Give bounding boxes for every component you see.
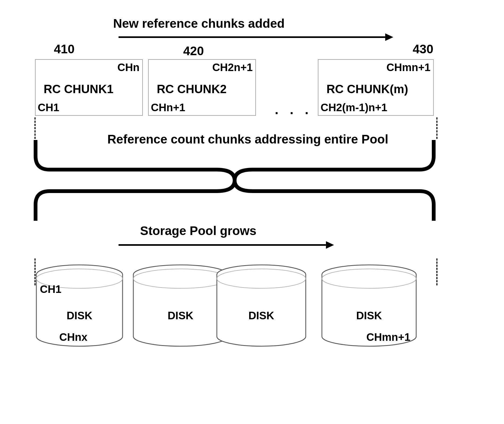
cylinder-icon [215, 264, 307, 347]
cylinder-icon [132, 264, 229, 347]
disk-4: DISK CHmn+1 [321, 264, 418, 347]
connector-bracket [33, 137, 436, 223]
top-title: New reference chunks added [113, 16, 285, 31]
disk-main: DISK [168, 310, 193, 322]
chunk-mid: RC CHUNK1 [44, 82, 113, 96]
ellipsis: . . . [275, 102, 312, 117]
ref-number-410: 410 [54, 42, 75, 56]
disk-main: DISK [248, 310, 274, 322]
chunk-bottom-left: CH2(m-1)n+1 [321, 101, 387, 114]
disk-3: DISK [215, 264, 307, 347]
chunk-top-right: CHn [117, 61, 140, 73]
chunk-bottom-left: CHn+1 [151, 101, 185, 114]
chunk-mid: RC CHUNK(m) [326, 82, 408, 96]
chunk-box-3: CHmn+1 RC CHUNK(m) CH2(m-1)n+1 [318, 59, 434, 116]
disks-row: CH1 DISK CHnx DISK DISK [32, 264, 463, 355]
chunk-mid: RC CHUNK2 [157, 82, 227, 96]
ref-number-420: 420 [183, 44, 204, 58]
chunk-box-2: CH2n+1 RC CHUNK2 CHn+1 [148, 59, 256, 116]
ref-number-430: 430 [413, 42, 433, 56]
arrow-top [119, 32, 393, 43]
chunk-box-1: CHn RC CHUNK1 CH1 [35, 59, 143, 116]
dash-top-right [436, 117, 437, 139]
disk-2: DISK [132, 264, 229, 347]
chunk-top-right: CH2n+1 [212, 61, 253, 73]
chunk-top-right: CHmn+1 [387, 61, 430, 73]
disk-bottom: CHnx [59, 331, 87, 343]
disk-bottom: CHmn+1 [366, 331, 410, 343]
disk-1: CH1 DISK CHnx [35, 264, 124, 347]
disk-main: DISK [356, 310, 382, 322]
chunks-row: CHn RC CHUNK1 CH1 CH2n+1 RC CHUNK2 CHn+1… [35, 59, 466, 116]
pool-title: Storage Pool grows [140, 223, 256, 238]
disk-main: DISK [67, 310, 92, 322]
diagram-canvas: New reference chunks added 410 420 430 C… [32, 16, 469, 404]
dash-top-left [34, 117, 36, 139]
arrow-pool [119, 240, 334, 250]
svg-marker-1 [385, 33, 393, 41]
chunk-bottom-left: CH1 [38, 101, 59, 114]
disk-top-left: CH1 [40, 283, 61, 295]
svg-marker-3 [326, 241, 334, 249]
